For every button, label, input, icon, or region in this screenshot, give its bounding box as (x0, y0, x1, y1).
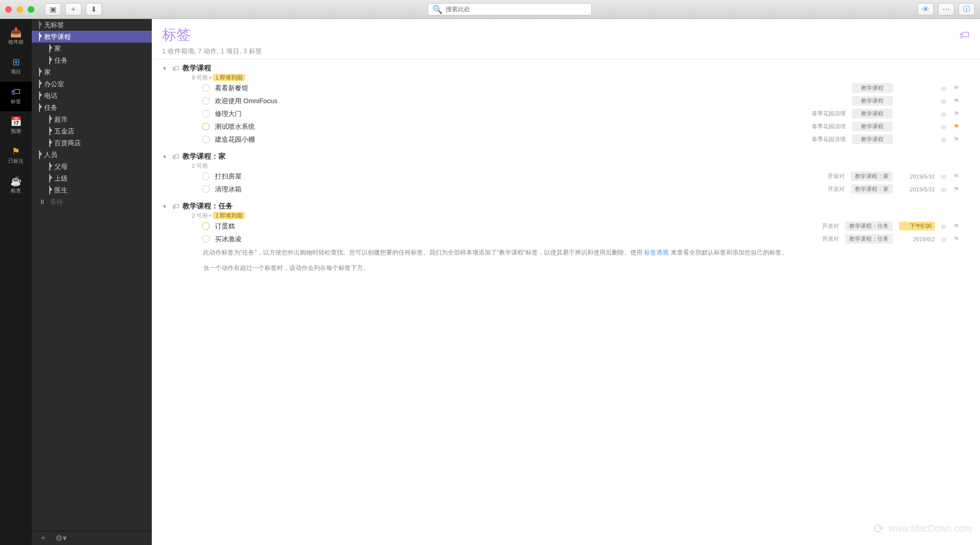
sidebar-tag-item[interactable]: 任务 (32, 54, 152, 66)
task-row[interactable]: 订蛋糕 开派对 教学课程：任务 下午6:00 ▤ ⚑ (162, 220, 970, 232)
task-checkbox[interactable] (202, 222, 210, 230)
group-header[interactable]: ▼ 🏷 教学课程 (182, 64, 970, 73)
sidebar-tag-item[interactable]: 无标签 (32, 19, 152, 31)
note-icon[interactable]: ▤ (941, 124, 947, 130)
task-row[interactable]: 买冰激凌 开派对 教学课程：任务 2019/6/2 ▤ ⚑ (162, 232, 970, 245)
task-row[interactable]: 欢迎使用 OmniFocus 教学课程 ▤ ⚑ (162, 94, 970, 107)
disclosure-icon[interactable]: ▼ (162, 204, 167, 209)
tags-perspective-link[interactable]: 标签透视 (644, 249, 669, 256)
sidebar-tag-item[interactable]: 办公室 (32, 78, 152, 90)
sidebar-toggle-button[interactable]: ▣ (45, 3, 61, 15)
minimize-window-button[interactable] (16, 6, 23, 13)
add-button[interactable]: ＋ (65, 3, 82, 15)
sidebar-item-label: 电话 (44, 91, 57, 101)
flag-icon[interactable]: ⚑ (953, 123, 959, 130)
flag-icon[interactable]: ⚑ (953, 84, 959, 92)
sidebar-tag-item[interactable]: 家 (32, 66, 152, 78)
rail-label: 标签 (11, 98, 21, 105)
rail-projects[interactable]: ⊞项目 (0, 52, 32, 82)
task-row[interactable]: 修理大门 春季花园清理 教学课程 ▤ ⚑ (162, 107, 970, 120)
task-tag-chip[interactable]: 教学课程 (852, 122, 893, 131)
search-input[interactable] (446, 6, 587, 13)
sidebar-gear-button[interactable]: ⚙▾ (55, 533, 67, 543)
sidebar-tag-item[interactable]: 任务 (32, 102, 152, 113)
rail-flagged[interactable]: ⚑已标注 (0, 141, 32, 171)
flag-icon[interactable]: ⚑ (953, 222, 959, 230)
sidebar-tag-item[interactable]: 超市 (32, 113, 152, 125)
search-field[interactable]: 🔍 (428, 3, 592, 15)
view-button[interactable]: 👁 (917, 3, 934, 15)
rail-review[interactable]: ☕检查 (0, 171, 32, 201)
zoom-window-button[interactable] (28, 6, 34, 13)
flag-icon[interactable]: ⚑ (953, 110, 959, 118)
task-checkbox[interactable] (202, 185, 210, 193)
sidebar-item-label: 任务 (44, 103, 57, 112)
sidebar-tag-item[interactable]: 教学课程 (32, 31, 152, 43)
info-button[interactable]: ⓘ (958, 3, 975, 15)
sidebar-tag-item[interactable]: 上级 (32, 172, 152, 184)
task-tag-chip[interactable]: 教学课程：家 (851, 184, 893, 194)
task-tag-chip[interactable]: 教学课程：家 (851, 171, 893, 181)
close-window-button[interactable] (5, 6, 12, 13)
sidebar-tag-item[interactable]: 家 (32, 43, 152, 54)
download-button[interactable]: ⬇ (86, 3, 102, 15)
rail-tags[interactable]: 🏷标签 (0, 82, 32, 111)
flag-icon[interactable]: ⚑ (953, 185, 959, 193)
flag-icon[interactable]: ⚑ (953, 97, 959, 105)
task-row[interactable]: 测试喷水系统 春季花园清理 教学课程 ▤ ⚑ (162, 120, 970, 133)
task-checkbox[interactable] (202, 235, 210, 243)
task-date: 2019/5/31 (899, 173, 935, 180)
task-checkbox[interactable] (202, 97, 210, 105)
add-tag-button[interactable]: ＋ (39, 533, 47, 543)
note-icon[interactable]: ▤ (941, 173, 947, 180)
task-row[interactable]: 建造花园小棚 春季花园清理 教学课程 ▤ ⚑ (162, 133, 970, 146)
tag-icon (39, 151, 40, 159)
task-title: 欢迎使用 OmniFocus (215, 96, 794, 106)
rail-forecast[interactable]: 📅预测 (0, 111, 32, 141)
sidebar-tag-item[interactable]: 百货商店 (32, 137, 152, 149)
disclosure-icon[interactable]: ▼ (162, 66, 167, 71)
note-icon[interactable]: ▤ (941, 111, 947, 117)
task-checkbox[interactable] (202, 84, 210, 92)
rail-inbox[interactable]: 📥收件箱 (0, 22, 32, 52)
disclosure-icon[interactable]: ▼ (162, 154, 167, 160)
flag-icon[interactable]: ⚑ (953, 235, 959, 243)
sidebar-tag-item[interactable]: 医生 (32, 184, 152, 196)
flag-icon[interactable]: ⚑ (953, 172, 959, 180)
due-badge: 1 即将到期 (213, 212, 245, 219)
task-checkbox[interactable] (202, 172, 210, 180)
task-tag-chip[interactable]: 教学课程：任务 (845, 221, 893, 231)
note-icon[interactable]: ▤ (941, 223, 947, 229)
task-row[interactable]: 看看新餐馆 教学课程 ▤ ⚑ (162, 82, 970, 94)
task-checkbox[interactable] (202, 110, 210, 118)
review-icon: ☕ (11, 177, 21, 185)
forecast-icon: 📅 (11, 118, 21, 126)
sidebar-item-label: 教学课程 (44, 32, 71, 42)
task-tag-chip[interactable]: 教学课程 (852, 109, 893, 119)
task-tag-chip[interactable]: 教学课程 (852, 134, 893, 144)
task-tag-chip[interactable]: 教学课程：任务 (845, 234, 893, 244)
note-icon[interactable]: ▤ (941, 85, 947, 91)
note-icon[interactable]: ▤ (941, 236, 947, 242)
watermark: ⟳www.MacDown.com (873, 521, 972, 537)
sidebar-tag-item[interactable]: ⏸等待 (32, 196, 152, 208)
sidebar-tag-item[interactable]: 电话 (32, 90, 152, 102)
settings-button[interactable]: ⋯ (938, 3, 954, 15)
note-icon[interactable]: ▤ (941, 186, 947, 192)
sidebar-item-label: 办公室 (44, 80, 64, 89)
tag-icon (39, 33, 40, 41)
task-checkbox[interactable] (202, 135, 210, 143)
task-tag-chip[interactable]: 教学课程 (852, 96, 893, 106)
note-icon[interactable]: ▤ (941, 137, 947, 143)
group-header[interactable]: ▼ 🏷 教学课程：任务 (182, 202, 970, 211)
sidebar-tag-item[interactable]: 人员 (32, 149, 152, 161)
task-row[interactable]: 清理冰箱 开派对 教学课程：家 2019/5/31 ▤ ⚑ (162, 183, 970, 196)
sidebar-tag-item[interactable]: 五金店 (32, 125, 152, 137)
task-checkbox[interactable] (202, 123, 210, 130)
group-header[interactable]: ▼ 🏷 教学课程：家 (182, 152, 970, 161)
sidebar-tag-item[interactable]: 父母 (32, 161, 152, 172)
task-tag-chip[interactable]: 教学课程 (852, 83, 893, 93)
flag-icon[interactable]: ⚑ (953, 135, 959, 143)
task-row[interactable]: 打扫房屋 开派对 教学课程：家 2019/5/31 ▤ ⚑ (162, 170, 970, 183)
note-icon[interactable]: ▤ (941, 98, 947, 104)
